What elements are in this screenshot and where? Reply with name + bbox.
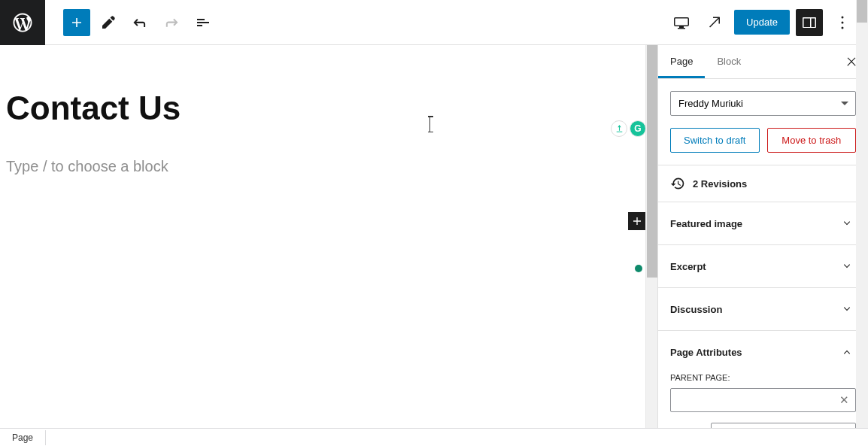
options-menu-button[interactable] (829, 9, 856, 36)
discussion-panel: Discussion (658, 288, 868, 331)
discussion-toggle[interactable]: Discussion (658, 288, 868, 330)
revisions-link[interactable]: 2 Revisions (658, 165, 868, 202)
undo-button[interactable] (126, 9, 153, 36)
breadcrumb[interactable]: Page (0, 430, 46, 445)
status-visibility-section: Freddy Muriuki Switch to draft Move to t… (658, 79, 868, 165)
editor-canvas[interactable]: Contact Us Type / to choose a block G (0, 45, 657, 446)
settings-sidebar-toggle[interactable] (796, 9, 823, 36)
top-toolbar: Update (0, 0, 868, 45)
excerpt-panel: Excerpt (658, 245, 868, 288)
move-to-trash-button[interactable]: Move to trash (767, 128, 857, 153)
status-bar: Page (0, 428, 868, 446)
toolbar-left-group (45, 9, 217, 36)
main-area: Contact Us Type / to choose a block G Pa… (0, 45, 868, 446)
author-select[interactable]: Freddy Muriuki (670, 91, 856, 116)
add-block-inline-button[interactable] (628, 212, 646, 230)
document-outline-button[interactable] (190, 9, 217, 36)
update-button[interactable]: Update (734, 10, 790, 35)
featured-image-toggle[interactable]: Featured image (658, 202, 868, 244)
block-placeholder[interactable]: Type / to choose a block (6, 158, 626, 175)
chevron-up-icon (838, 343, 856, 361)
settings-sidebar: Page Block Freddy Muriuki Switch to draf… (657, 45, 868, 446)
grammarly-arrow-icon[interactable] (611, 120, 627, 137)
view-page-button[interactable] (701, 9, 728, 36)
switch-to-draft-button[interactable]: Switch to draft (670, 128, 760, 153)
toolbar-right-group: Update (668, 9, 868, 36)
editor-scrollbar-thumb[interactable] (647, 45, 657, 278)
history-icon (670, 176, 685, 191)
edit-mode-button[interactable] (95, 9, 122, 36)
parent-page-label: Parent Page: (670, 373, 856, 382)
grammarly-g-icon[interactable]: G (630, 120, 646, 137)
redo-button[interactable] (158, 9, 185, 36)
outer-scrollbar[interactable] (856, 45, 868, 446)
editor-scrollbar[interactable] (645, 45, 657, 446)
chevron-down-icon (838, 214, 856, 232)
tab-page[interactable]: Page (658, 45, 705, 78)
sidebar-body: Freddy Muriuki Switch to draft Move to t… (658, 79, 868, 446)
grammarly-status-dot-icon (635, 265, 642, 272)
sidebar-tabs: Page Block (658, 45, 868, 79)
excerpt-toggle[interactable]: Excerpt (658, 245, 868, 287)
page-attributes-toggle[interactable]: Page Attributes (658, 331, 868, 373)
svg-point-2 (842, 26, 844, 29)
chevron-down-icon (838, 300, 856, 318)
page-title[interactable]: Contact Us (6, 90, 626, 126)
svg-point-1 (842, 21, 844, 23)
grammarly-badges: G (611, 120, 646, 137)
tab-block[interactable]: Block (705, 45, 753, 78)
clear-parent-button[interactable]: ✕ (836, 393, 851, 408)
parent-page-input[interactable] (670, 388, 856, 412)
view-desktop-button[interactable] (668, 9, 695, 36)
featured-image-panel: Featured image (658, 202, 868, 245)
wordpress-logo-icon[interactable] (0, 0, 45, 45)
revisions-text: 2 Revisions (693, 178, 747, 190)
chevron-down-icon (838, 257, 856, 275)
add-block-button[interactable] (63, 9, 90, 36)
svg-point-0 (842, 16, 844, 18)
